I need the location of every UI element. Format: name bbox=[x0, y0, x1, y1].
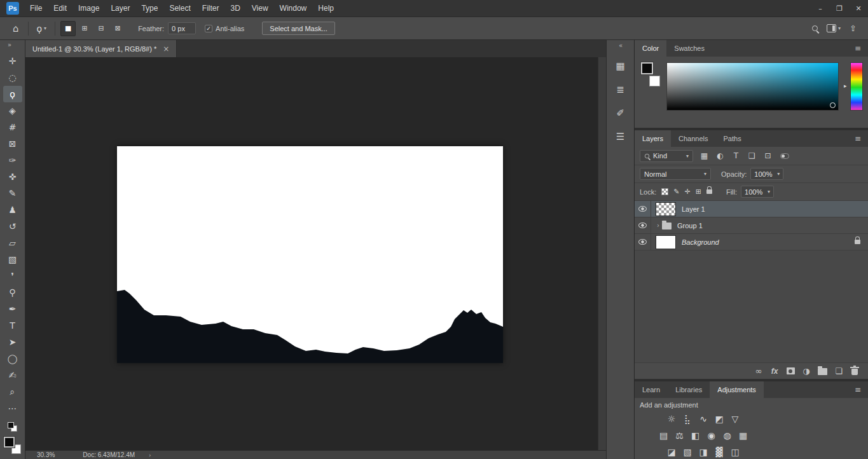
blur-tool[interactable]: ❜ bbox=[3, 268, 22, 284]
feather-input[interactable]: 0 px bbox=[168, 22, 196, 34]
tab-swatches[interactable]: Swatches bbox=[666, 40, 712, 57]
eraser-tool[interactable]: ▱ bbox=[3, 235, 22, 251]
type-tool[interactable]: T bbox=[3, 317, 22, 334]
zoom-tool[interactable]: ⌕ bbox=[3, 383, 22, 400]
lock-image-pixels-icon[interactable]: ✎ bbox=[673, 188, 679, 196]
dodge-tool[interactable]: ⚲ bbox=[3, 284, 22, 301]
color-balance-adjustment-button[interactable]: ⚖ bbox=[672, 428, 687, 442]
document-tab[interactable]: Untitled-1 @ 30.3% (Layer 1, RGB/8#) * × bbox=[25, 40, 177, 57]
filter-shape-layers-icon[interactable]: ❑ bbox=[745, 149, 759, 162]
elliptical-marquee-tool[interactable]: ◌ bbox=[3, 69, 22, 86]
lock-transparent-pixels-icon[interactable] bbox=[661, 188, 668, 195]
layer-row-layer-1[interactable]: Layer 1 bbox=[635, 201, 868, 217]
menu-window[interactable]: Window bbox=[274, 0, 313, 17]
close-tab-icon[interactable]: × bbox=[163, 45, 169, 53]
layer-style-fx-button[interactable]: fx bbox=[770, 365, 779, 378]
black-white-adjustment-button[interactable]: ◧ bbox=[688, 428, 703, 442]
hue-strip[interactable] bbox=[850, 62, 863, 111]
vertical-scrollbar[interactable] bbox=[598, 57, 606, 450]
vibrance-adjustment-button[interactable]: ▽ bbox=[728, 412, 743, 426]
photo-filter-adjustment-button[interactable]: ◉ bbox=[704, 428, 719, 442]
filter-smart-objects-icon[interactable]: ⊡ bbox=[761, 149, 775, 162]
link-layers-button[interactable]: ∞ bbox=[754, 365, 763, 378]
collapsed-brush-settings-panel-button[interactable]: ✐ bbox=[612, 104, 630, 122]
exposure-adjustment-button[interactable]: ◩ bbox=[712, 412, 727, 426]
intersect-selection-button[interactable]: ⊠ bbox=[110, 21, 125, 36]
collapsed-histogram-panel-button[interactable]: ▦ bbox=[612, 57, 630, 75]
blend-mode-dropdown[interactable]: Normal ▾ bbox=[640, 168, 711, 180]
brightness-contrast-adjustment-button[interactable]: ☼ bbox=[665, 412, 679, 426]
color-lookup-adjustment-button[interactable]: ▦ bbox=[736, 428, 750, 442]
layer-visibility-toggle[interactable] bbox=[635, 234, 651, 250]
default-colors-icon[interactable] bbox=[8, 422, 17, 432]
window-close-button[interactable]: ✕ bbox=[849, 0, 868, 17]
history-brush-tool[interactable]: ↺ bbox=[3, 218, 22, 235]
channel-mixer-adjustment-button[interactable]: ◍ bbox=[720, 428, 734, 442]
clone-stamp-tool[interactable]: ♟ bbox=[3, 202, 22, 218]
artboard[interactable] bbox=[117, 146, 503, 363]
hue-strip-marker[interactable]: ▸ bbox=[844, 83, 847, 89]
hand-tool[interactable]: ✍ bbox=[3, 367, 22, 383]
brush-tool[interactable]: ✎ bbox=[3, 185, 22, 202]
tab-layers[interactable]: Layers bbox=[635, 130, 671, 147]
menu-layer[interactable]: Layer bbox=[105, 0, 135, 17]
collapsed-info-panel-button[interactable]: ≣ bbox=[612, 81, 630, 99]
new-adjustment-layer-button[interactable]: ◑ bbox=[802, 365, 811, 378]
menu-3d[interactable]: 3D bbox=[224, 0, 245, 17]
canvas-viewport[interactable] bbox=[25, 57, 606, 450]
tab-adjustments[interactable]: Adjustments bbox=[710, 381, 764, 398]
select-and-mask-button[interactable]: Select and Mask... bbox=[262, 22, 335, 35]
menu-type[interactable]: Type bbox=[135, 0, 163, 17]
panel-menu-icon[interactable]: ≡ bbox=[848, 130, 868, 147]
hue-saturation-adjustment-button[interactable]: ▤ bbox=[656, 428, 671, 442]
pen-tool[interactable]: ✒ bbox=[3, 301, 22, 317]
lock-all-icon[interactable] bbox=[706, 189, 712, 194]
anti-alias-checkbox[interactable]: ✓ bbox=[205, 25, 212, 32]
add-to-selection-button[interactable]: ⊞ bbox=[77, 21, 92, 36]
invert-adjustment-button[interactable]: ◪ bbox=[665, 445, 679, 459]
frame-tool[interactable]: ⊠ bbox=[3, 135, 22, 152]
filter-type-layers-icon[interactable]: T bbox=[729, 149, 743, 162]
delete-layer-button[interactable] bbox=[850, 365, 859, 378]
menu-select[interactable]: Select bbox=[163, 0, 196, 17]
menu-view[interactable]: View bbox=[246, 0, 274, 17]
new-group-button[interactable] bbox=[818, 365, 827, 378]
tool-preset-picker[interactable]: ϙ ▾ bbox=[34, 22, 50, 35]
zoom-level[interactable]: 30.3% bbox=[37, 451, 55, 458]
move-tool[interactable]: ✛ bbox=[3, 53, 22, 69]
layer-visibility-toggle[interactable] bbox=[635, 201, 651, 217]
workspace-switcher[interactable]: ▾ bbox=[827, 24, 841, 32]
tab-learn[interactable]: Learn bbox=[635, 381, 668, 398]
spot-healing-brush-tool[interactable]: ✜ bbox=[3, 168, 22, 185]
edit-toolbar-tool[interactable]: ⋯ bbox=[3, 400, 22, 416]
share-icon[interactable]: ⇧ bbox=[850, 24, 857, 33]
crop-tool[interactable]: # bbox=[3, 119, 22, 135]
subtract-from-selection-button[interactable]: ⊟ bbox=[93, 21, 109, 36]
search-icon[interactable] bbox=[812, 25, 818, 31]
panel-menu-icon[interactable]: ≡ bbox=[848, 40, 868, 57]
menu-filter[interactable]: Filter bbox=[196, 0, 225, 17]
gradient-tool[interactable]: ▧ bbox=[3, 251, 22, 268]
selective-color-adjustment-button[interactable]: ◫ bbox=[728, 445, 743, 459]
color-gradient-field[interactable] bbox=[666, 62, 839, 111]
foreground-color-swatch[interactable] bbox=[641, 62, 653, 74]
layer-visibility-toggle[interactable] bbox=[635, 217, 651, 233]
home-button[interactable]: ⌂ bbox=[9, 23, 23, 34]
tab-color[interactable]: Color bbox=[635, 40, 666, 57]
expand-panels-button[interactable]: « bbox=[619, 42, 622, 52]
window-restore-button[interactable]: ❐ bbox=[830, 0, 849, 17]
layer-row-group-1[interactable]: ›Group 1 bbox=[635, 217, 868, 234]
toolbar-collapse-button[interactable]: » bbox=[0, 41, 11, 51]
panel-menu-icon[interactable]: ≡ bbox=[848, 381, 868, 398]
foreground-color-swatch[interactable] bbox=[4, 437, 15, 448]
filter-adjustment-layers-icon[interactable]: ◐ bbox=[713, 149, 727, 162]
status-options-chevron[interactable]: › bbox=[149, 452, 151, 458]
menu-image[interactable]: Image bbox=[72, 0, 105, 17]
eyedropper-tool[interactable]: ✑ bbox=[3, 152, 22, 168]
collapsed-properties-panel-button[interactable]: ☰ bbox=[612, 128, 630, 146]
tab-paths[interactable]: Paths bbox=[716, 130, 749, 147]
filter-kind-dropdown[interactable]: Kind ▾ bbox=[640, 150, 693, 162]
ellipse-tool[interactable]: ◯ bbox=[3, 350, 22, 367]
menu-help[interactable]: Help bbox=[312, 0, 340, 17]
layer-row-background[interactable]: Background bbox=[635, 234, 868, 250]
